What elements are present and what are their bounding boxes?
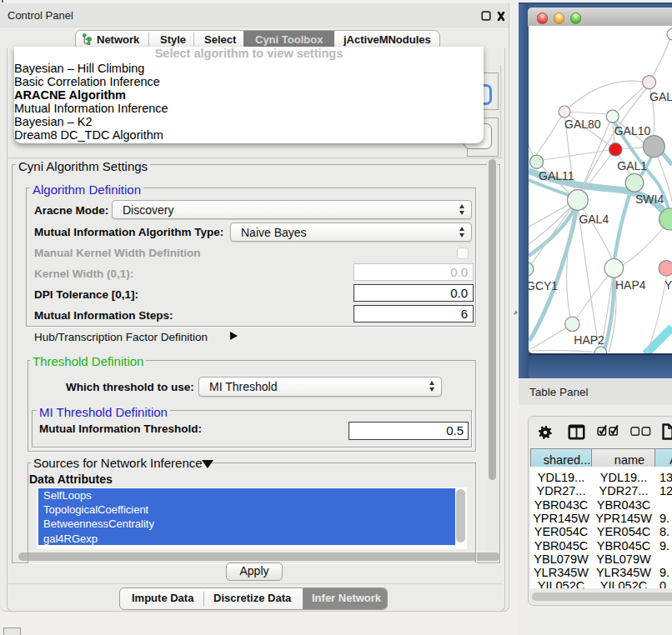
svg-text:SWI4: SWI4 (635, 192, 664, 206)
svg-text:GAL7: GAL7 (649, 90, 672, 103)
svg-text:Y: Y (664, 278, 672, 292)
svg-text:GAL80: GAL80 (564, 118, 601, 131)
svg-text:GAL11: GAL11 (539, 169, 574, 182)
svg-text:HAP2: HAP2 (574, 333, 604, 347)
svg-text:GAL4: GAL4 (579, 212, 609, 226)
svg-text:GCY1: GCY1 (529, 279, 558, 292)
svg-text:GAL1: GAL1 (617, 159, 647, 172)
svg-text:GAL10: GAL10 (614, 124, 651, 138)
svg-text:HAP4: HAP4 (615, 278, 646, 292)
